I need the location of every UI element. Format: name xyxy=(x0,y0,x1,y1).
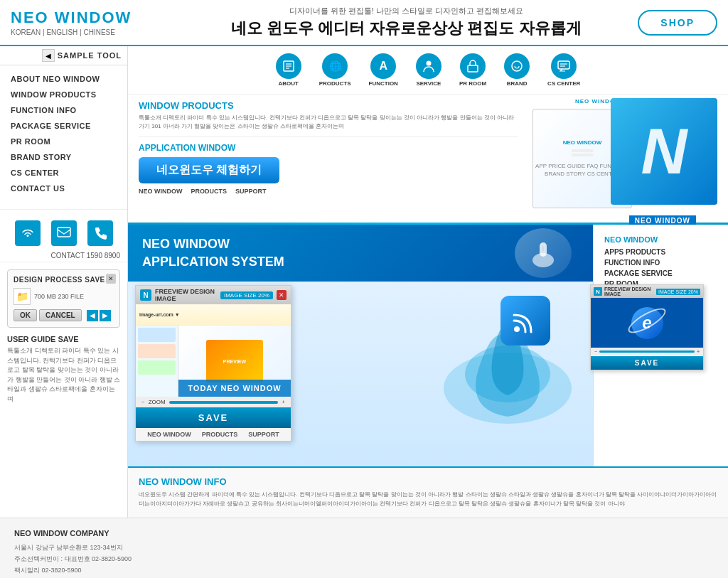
products-icon: 🌐 xyxy=(322,53,348,79)
nav-function[interactable]: A FUNCTION xyxy=(369,53,398,87)
service-icon xyxy=(416,53,441,79)
nav-cscenter[interactable]: CS CENTER xyxy=(547,53,580,87)
showcase-right-panel: NEO WINDOW APPS PRODUCTS FUNCTION INFO P… xyxy=(593,225,728,466)
app-window-label: APPLICATION WINDOW xyxy=(139,143,518,153)
file-row: 📁 700 MB 230 FILE xyxy=(14,288,114,305)
phone-icon[interactable] xyxy=(87,220,113,246)
user-guide-title: USER GUIDE SAVE xyxy=(7,335,120,343)
zoom-minus[interactable]: − xyxy=(141,399,145,405)
file-icon: 📁 xyxy=(14,288,31,305)
small-zoom-track[interactable] xyxy=(599,350,695,353)
freeview-save-btn[interactable]: SAVE xyxy=(136,407,291,428)
zoom-plus[interactable]: + xyxy=(282,399,285,405)
sidebar-item-prroom[interactable]: PR ROOM xyxy=(0,134,127,149)
sidebar-item-function[interactable]: FUNCTION INFO xyxy=(0,102,127,118)
ok-button[interactable]: OK xyxy=(14,309,37,321)
freeview-window: N FREEVIEW DESIGN IMAGE IMAGE SIZE 20% ✕… xyxy=(135,285,291,441)
rss-icon-area xyxy=(500,296,550,346)
footer-company: NEO WINDOW COMPANY xyxy=(14,529,714,537)
products-app-left: WINDOW PRODUCTS 특툴소개 디렉토리 파이더 특수 있는 시스템입… xyxy=(128,95,529,223)
freeview-inner-bar: image-url.com ▼ xyxy=(136,304,291,326)
nav-brand[interactable]: BRAND xyxy=(504,53,530,87)
sidebar-item-brand[interactable]: BRAND STORY xyxy=(0,149,127,165)
preview-thumbnail: PREVIEW xyxy=(206,340,263,382)
cancel-button[interactable]: CANCEL xyxy=(39,309,82,321)
nav-about[interactable]: ABOUT xyxy=(276,53,301,87)
sub-link-support[interactable]: SUPPORT xyxy=(235,188,267,195)
left-sidebar: ◀ SAMPLE TOOL ABOUT NEO WINDOW WINDOW PR… xyxy=(0,46,128,518)
zoom-label-text: ZOOM xyxy=(149,399,166,405)
small-freeview-n-logo: N xyxy=(594,287,602,296)
freeview-size-badge: IMAGE SIZE 20% xyxy=(220,291,273,299)
sidebar-item-products[interactable]: WINDOW PRODUCTS xyxy=(0,87,127,102)
header-tagline: 디자이너를 위한 편집툴! 나만의 스타일로 디자인하고 편집해보세요 네오 윈… xyxy=(174,6,638,39)
logo-title: NEO WINDOW xyxy=(11,9,132,27)
sidebar-item-about[interactable]: ABOUT NEO WINDOW xyxy=(0,71,127,87)
page-wrapper: NEO WINDOW KOREAN | ENGLISH | CHINESE 디자… xyxy=(0,0,728,578)
showcase-main: NEO WINDOWAPPLICATION SYSTEM xyxy=(128,225,593,466)
svg-point-16 xyxy=(514,326,520,332)
dp-buttons: OK CANCEL ◀ ▶ xyxy=(14,309,114,321)
nav-about-label: ABOUT xyxy=(278,80,298,87)
freeview-link-support[interactable]: SUPPORT xyxy=(248,431,279,438)
nav-cscenter-label: CS CENTER xyxy=(547,80,580,87)
content-section: ◀ SAMPLE TOOL ABOUT NEO WINDOW WINDOW PR… xyxy=(0,46,728,518)
cta-button[interactable]: 네오윈도우 체험하기 xyxy=(139,157,279,183)
box-stripe-1 xyxy=(572,149,593,152)
sample-tool-bar: ◀ SAMPLE TOOL xyxy=(0,46,127,65)
message-icon[interactable] xyxy=(51,220,77,246)
sample-tool-label: SAMPLE TOOL xyxy=(58,51,122,60)
sub-link-neo[interactable]: NEO WINDOW xyxy=(139,188,183,195)
small-save-btn[interactable]: SAVE xyxy=(591,356,703,370)
tagline-sub: 디자이너를 위한 편집툴! 나만의 스타일로 디자인하고 편집해보세요 xyxy=(174,6,638,16)
nav-service[interactable]: SERVICE xyxy=(416,53,441,87)
sub-link-products[interactable]: PRODUCTS xyxy=(191,188,228,195)
shop-button[interactable]: SHOP xyxy=(638,10,717,36)
design-process-close[interactable]: ✕ xyxy=(106,274,116,284)
sidebar-prev-arrow[interactable]: ◀ xyxy=(42,49,55,62)
right-menu-package[interactable]: PACKAGE SERVICE xyxy=(604,269,717,277)
dp-prev-btn[interactable]: ◀ xyxy=(87,310,98,321)
footer-phone1: 주소선텍커번이 : 대표번호 02-3820-5900 xyxy=(14,553,714,564)
hand-mouse-placeholder xyxy=(515,228,572,278)
freeview-close-btn[interactable]: ✕ xyxy=(277,290,287,300)
footer-address: 서울시 강남구 남부순환로 123-34번지 xyxy=(14,542,714,553)
neo-app-title: NEO WINDOWAPPLICATION SYSTEM xyxy=(142,235,284,271)
dp-next-btn[interactable]: ▶ xyxy=(100,310,111,321)
sidebar-menu: ABOUT NEO WINDOW WINDOW PRODUCTS FUNCTIO… xyxy=(0,65,127,202)
nav-products-label: PRODUCTS xyxy=(319,80,351,87)
logo-langs: KOREAN | ENGLISH | CHINESE xyxy=(11,28,132,36)
small-zoom-plus[interactable]: + xyxy=(697,349,700,354)
svg-rect-8 xyxy=(558,61,569,69)
nav-prroom[interactable]: PR ROOM xyxy=(459,53,486,87)
sidebar-item-cs[interactable]: CS CENTER xyxy=(0,165,127,181)
zoom-track[interactable] xyxy=(169,401,279,404)
footer-phone2: 팩시밀리 02-3820-5900 xyxy=(14,564,714,576)
top-header: NEO WINDOW KOREAN | ENGLISH | CHINESE 디자… xyxy=(0,0,728,46)
thumb-1 xyxy=(138,328,176,342)
neo-info-section: NEO WINDOW INFO 네오윈도우 시스템 간편하게 파이더에 특수 있… xyxy=(128,466,728,518)
file-info: 700 MB 230 FILE xyxy=(34,293,84,300)
sidebar-item-package[interactable]: PACKAGE SERVICE xyxy=(0,118,127,134)
freeview-link-products[interactable]: PRODUCTS xyxy=(202,431,238,438)
freeview-title-text: FREEVIEW DESIGN IMAGE xyxy=(155,288,217,302)
small-zoom-minus[interactable]: − xyxy=(594,349,597,354)
sidebar-item-contact[interactable]: CONTACT US xyxy=(0,181,127,196)
nav-products[interactable]: 🌐 PRODUCTS xyxy=(319,53,351,87)
right-menu-neo[interactable]: NEO WINDOW xyxy=(604,235,717,244)
right-menu-apps[interactable]: APPS PRODUCTS xyxy=(604,248,717,256)
box-blue-face: N xyxy=(611,98,717,205)
footer: NEO WINDOW COMPANY 서울시 강남구 남부순환로 123-34번… xyxy=(0,518,728,578)
right-menu-function[interactable]: FUNCTION INFO xyxy=(604,259,717,267)
dp-nav-buttons: ◀ ▶ xyxy=(87,310,111,321)
nav-brand-label: BRAND xyxy=(507,80,528,87)
product-box-area: NEO WINDOW NEO WINDOW APP PRICE GUIDE FA… xyxy=(529,95,728,223)
wifi-icon[interactable] xyxy=(15,220,41,246)
small-freeview-size: IMAGE SIZE 20% xyxy=(656,289,700,295)
freeview-left-thumbs xyxy=(136,326,178,397)
freeview-link-neo[interactable]: NEO WINDOW xyxy=(147,431,191,438)
cscenter-icon xyxy=(551,53,577,79)
hand-mouse-area xyxy=(284,228,579,278)
products-app-area: WINDOW PRODUCTS 특툴소개 디렉토리 파이더 특수 있는 시스템입… xyxy=(128,95,728,223)
user-guide: USER GUIDE SAVE 특툴소개 디렉토리 파이더 특수 있는 시스템입… xyxy=(7,335,120,404)
